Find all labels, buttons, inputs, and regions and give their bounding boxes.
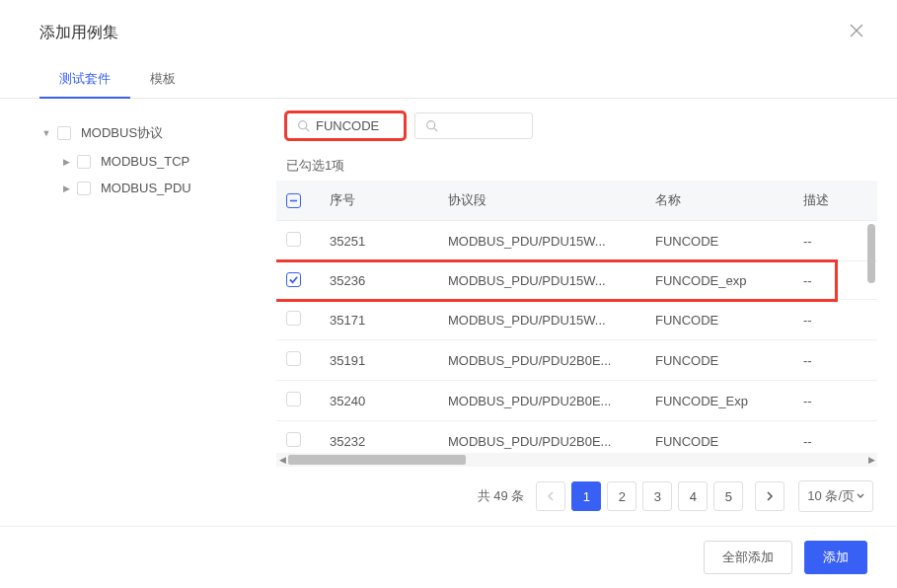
table-wrapper: 序号 协议段 名称 描述 35251MODBUS_PDU/PDU15W...FU… <box>276 181 877 451</box>
tab-test-suite[interactable]: 测试套件 <box>39 60 130 98</box>
main-panel: 已勾选1项 序号 协议段 名称 描述 <box>266 99 897 526</box>
tree-label: MODBUS协议 <box>81 124 163 142</box>
search-input[interactable] <box>316 118 394 133</box>
modal-footer: 全部添加 添加 <box>0 526 897 588</box>
cell-name: FUNCODE <box>645 300 793 340</box>
chevron-left-icon <box>547 491 555 501</box>
vertical-scrollbar[interactable] <box>867 224 875 283</box>
tree-checkbox[interactable] <box>57 126 71 140</box>
svg-line-5 <box>434 128 437 131</box>
close-button[interactable] <box>846 20 867 45</box>
selected-count: 已勾选1项 <box>276 151 877 181</box>
table-header-row: 序号 协议段 名称 描述 <box>276 181 877 221</box>
close-icon <box>850 24 863 37</box>
scroll-left-icon[interactable]: ◀ <box>276 453 288 467</box>
row-checkbox[interactable] <box>286 311 301 326</box>
search-box-secondary[interactable] <box>414 112 533 139</box>
tree-label: MODBUS_PDU <box>101 181 191 195</box>
search-box-primary[interactable] <box>286 112 405 139</box>
cell-seq: 35232 <box>320 421 438 452</box>
search-row <box>276 112 877 139</box>
check-icon <box>288 274 299 285</box>
cell-desc: -- <box>793 381 877 421</box>
cell-desc: -- <box>793 261 877 300</box>
search-input-secondary[interactable] <box>444 118 522 133</box>
cell-proto: MODBUS_PDU/PDU15W... <box>438 261 645 300</box>
page-prev[interactable] <box>536 481 565 511</box>
cell-name: FUNCODE_Exp <box>645 381 793 421</box>
tree-checkbox[interactable] <box>77 182 91 195</box>
cell-seq: 35171 <box>320 300 438 340</box>
select-all-checkbox[interactable] <box>286 193 301 208</box>
caret-right-icon[interactable]: ▶ <box>59 157 73 167</box>
modal-dialog: 添加用例集 测试套件 模板 ▼ MODBUS协议 ▶ MODBUS_TCP <box>0 0 897 588</box>
tab-bar: 测试套件 模板 <box>0 60 897 99</box>
cell-name: FUNCODE <box>645 340 793 381</box>
chevron-down-icon <box>857 493 864 499</box>
page-number-3[interactable]: 3 <box>642 481 672 511</box>
row-checkbox[interactable] <box>286 272 301 287</box>
cell-seq: 35251 <box>320 221 438 261</box>
tab-template[interactable]: 模板 <box>130 60 195 98</box>
table-row[interactable]: 35232MODBUS_PDU/PDU2B0E...FUNCODE-- <box>276 421 877 452</box>
cell-seq: 35236 <box>320 261 438 300</box>
protocol-tree: ▼ MODBUS协议 ▶ MODBUS_TCP ▶ MODBUS_PDU <box>0 99 266 526</box>
page-number-1[interactable]: 1 <box>571 481 601 511</box>
modal-header: 添加用例集 <box>0 0 897 60</box>
page-size-label: 10 条/页 <box>807 487 855 505</box>
cell-desc: -- <box>793 221 877 261</box>
svg-line-3 <box>306 128 309 131</box>
pagination: 共 49 条 12345 10 条/页 <box>276 467 877 516</box>
col-desc: 描述 <box>793 181 877 221</box>
cell-proto: MODBUS_PDU/PDU15W... <box>438 300 645 340</box>
tree-node-pdu[interactable]: ▶ MODBUS_PDU <box>59 175 247 201</box>
page-number-5[interactable]: 5 <box>713 481 743 511</box>
scroll-right-icon[interactable]: ▶ <box>865 453 877 467</box>
cell-seq: 35191 <box>320 340 438 381</box>
content-area: ▼ MODBUS协议 ▶ MODBUS_TCP ▶ MODBUS_PDU <box>0 99 897 526</box>
tree-node-root[interactable]: ▼ MODBUS协议 <box>39 118 247 148</box>
chevron-right-icon <box>766 491 774 501</box>
add-all-button[interactable]: 全部添加 <box>704 541 792 574</box>
table-row[interactable]: 35236MODBUS_PDU/PDU15W...FUNCODE_exp-- <box>276 261 877 300</box>
table-row[interactable]: 35251MODBUS_PDU/PDU15W...FUNCODE-- <box>276 221 877 261</box>
svg-point-4 <box>427 121 435 129</box>
pagination-total: 共 49 条 <box>478 487 525 505</box>
tree-node-tcp[interactable]: ▶ MODBUS_TCP <box>59 148 247 175</box>
table-row[interactable]: 35191MODBUS_PDU/PDU2B0E...FUNCODE-- <box>276 340 877 381</box>
cell-proto: MODBUS_PDU/PDU2B0E... <box>438 340 645 381</box>
table-row[interactable]: 35171MODBUS_PDU/PDU15W...FUNCODE-- <box>276 300 877 340</box>
col-proto: 协议段 <box>438 181 645 221</box>
page-next[interactable] <box>755 481 785 511</box>
page-number-4[interactable]: 4 <box>678 481 708 511</box>
cell-name: FUNCODE_exp <box>645 261 793 300</box>
svg-point-2 <box>299 121 307 129</box>
row-checkbox[interactable] <box>286 432 301 447</box>
row-checkbox[interactable] <box>286 392 301 406</box>
page-size-select[interactable]: 10 条/页 <box>798 480 873 512</box>
modal-title: 添加用例集 <box>39 23 118 43</box>
caret-down-icon[interactable]: ▼ <box>39 128 53 138</box>
cell-name: FUNCODE <box>645 221 793 261</box>
cell-proto: MODBUS_PDU/PDU2B0E... <box>438 381 645 421</box>
add-button[interactable]: 添加 <box>804 541 867 574</box>
cell-desc: -- <box>793 421 877 452</box>
row-checkbox[interactable] <box>286 232 301 247</box>
tree-checkbox[interactable] <box>77 155 91 169</box>
table-row[interactable]: 35240MODBUS_PDU/PDU2B0E...FUNCODE_Exp-- <box>276 381 877 421</box>
col-name: 名称 <box>645 181 793 221</box>
cell-proto: MODBUS_PDU/PDU15W... <box>438 221 645 261</box>
caret-right-icon[interactable]: ▶ <box>59 184 73 193</box>
search-icon <box>297 119 310 132</box>
cell-seq: 35240 <box>320 381 438 421</box>
horizontal-scrollbar-track[interactable]: ◀ ▶ <box>276 453 877 467</box>
horizontal-scrollbar-thumb[interactable] <box>288 455 466 465</box>
page-number-2[interactable]: 2 <box>607 481 636 511</box>
search-icon <box>425 119 438 132</box>
cell-desc: -- <box>793 340 877 381</box>
cell-name: FUNCODE <box>645 421 793 452</box>
results-table: 序号 协议段 名称 描述 35251MODBUS_PDU/PDU15W...FU… <box>276 181 877 451</box>
row-checkbox[interactable] <box>286 351 301 366</box>
tree-label: MODBUS_TCP <box>101 154 189 169</box>
cell-proto: MODBUS_PDU/PDU2B0E... <box>438 421 645 452</box>
